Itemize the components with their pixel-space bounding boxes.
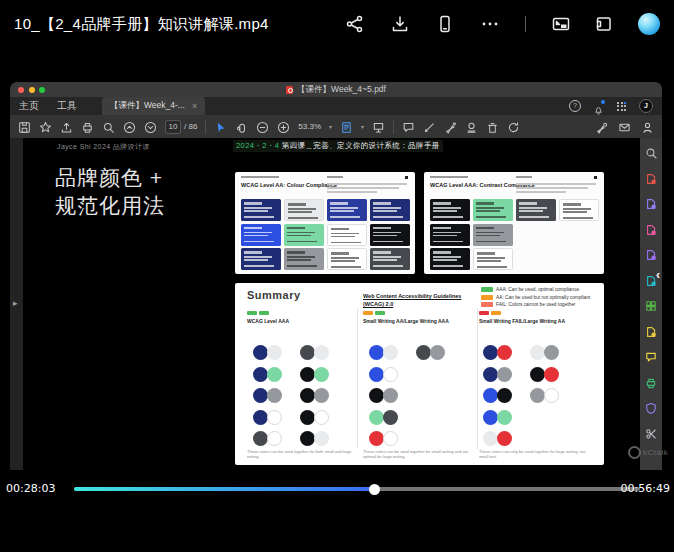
shot-title: WCAG Level AA: Colour Compliance <box>241 182 337 188</box>
summary-caption: These colors can only be used together f… <box>479 449 591 460</box>
color-pair-dot <box>530 367 545 382</box>
more-icon[interactable] <box>480 14 500 34</box>
color-pair-dot <box>314 388 329 403</box>
page-total-label: / 86 <box>184 122 197 131</box>
slide-heading-date: 2024・2・4 <box>236 141 279 150</box>
color-pair-dot <box>253 345 268 360</box>
color-pair-dot <box>314 431 329 446</box>
share-up-icon <box>60 120 73 133</box>
video-player-app: 10_【2_4品牌手册】知识讲解课.mp4 【课件】Week_4~5.pdf 主… <box>0 0 674 552</box>
screenshot-wcag-aa: WCAG Level AA: Colour Compliance <box>235 172 415 274</box>
combine-files-tool-icon <box>645 298 657 310</box>
comment-icon <box>402 120 415 133</box>
color-pair-dot <box>369 431 384 446</box>
current-time: 00:28:03 <box>6 482 55 495</box>
color-pair-dot <box>530 388 545 403</box>
slide-credit: Jayce Shi 2024 品牌设计课 <box>57 142 150 152</box>
tab-tools: 工具 <box>48 97 86 115</box>
color-pair-dot <box>369 410 384 425</box>
create-pdf-tool-icon <box>645 222 657 234</box>
pencil-icon <box>423 120 436 133</box>
shield-tool-icon <box>645 400 657 412</box>
page-view-icon <box>340 120 353 133</box>
color-swatch-card <box>241 248 281 270</box>
export-pdf-tool-icon <box>645 171 657 183</box>
titlebar-divider <box>525 16 526 32</box>
color-pair-dot <box>314 345 329 360</box>
tab-home: 主页 <box>10 97 48 115</box>
wcag-reference: Web Content Accessibility Guidelines (WC… <box>363 292 461 309</box>
pdf-toolbar: 10 / 86 53.3% ▾ ▾ <box>10 115 662 138</box>
color-swatch-card <box>473 224 513 246</box>
pdf-tools-sidebar <box>640 138 662 470</box>
edit-pdf-tool-icon <box>645 196 657 208</box>
color-swatch-card <box>370 199 410 221</box>
search-icon <box>102 120 115 133</box>
color-pair-dot <box>300 388 315 403</box>
video-frame-pdf-window[interactable]: 【课件】Week_4~5.pdf 主页 工具 【课件】Week_4-... × … <box>10 82 662 470</box>
color-pair-dot <box>369 367 384 382</box>
color-pair-dot <box>544 345 559 360</box>
color-pair-dot <box>530 345 545 360</box>
color-swatch-card <box>430 248 470 270</box>
color-pair-dot <box>267 431 282 446</box>
color-pair-dot <box>300 345 315 360</box>
pip-icon[interactable] <box>551 14 571 34</box>
color-pair-dot <box>497 345 512 360</box>
display-icon[interactable] <box>593 14 613 34</box>
color-swatch-card <box>473 199 513 221</box>
legend-chip <box>481 295 493 300</box>
slide-title: 品牌颜色 + 规范化用法 <box>55 164 165 220</box>
seek-bar-fill <box>74 487 374 491</box>
color-pair-dot <box>497 431 512 446</box>
color-pair-dot <box>483 410 498 425</box>
slide-heading: 2024・2・4 第四课＿完善、定义你的设计系统：品牌手册 <box>233 140 443 152</box>
page-indicator: 10 / 86 <box>165 120 197 134</box>
color-pair-dot <box>253 431 268 446</box>
nav-panel-rail: ▸ <box>10 138 23 470</box>
pdf-tabbar: 主页 工具 【课件】Week_4-... × ? J <box>10 97 662 115</box>
download-icon[interactable] <box>390 14 410 34</box>
color-pair-dot <box>497 388 512 403</box>
print-production-tool-icon <box>645 375 657 387</box>
summary-caption: These colors can be used together for bo… <box>247 449 359 460</box>
print-icon <box>81 120 94 133</box>
color-swatch-card <box>284 224 324 246</box>
share-icon[interactable] <box>345 14 365 34</box>
color-pair-dot <box>253 410 268 425</box>
apps-grid-icon <box>616 101 627 112</box>
more-tools-icon <box>645 426 657 438</box>
color-pair-dot <box>483 431 498 446</box>
help-icon: ? <box>569 100 581 112</box>
stamp-icon <box>465 120 478 133</box>
playlist-drawer-chevron-icon[interactable]: ‹ <box>656 268 660 282</box>
seek-thumb[interactable] <box>369 484 380 495</box>
zoom-level-value: 53.3% <box>298 122 321 131</box>
share-pen-icon <box>595 120 608 133</box>
legend-row: FAIL: Colors cannot be used together <box>481 302 590 307</box>
pdf-window-title: 【课件】Week_4~5.pdf <box>10 82 662 97</box>
color-swatch-card <box>430 199 470 221</box>
color-pair-dot <box>267 388 282 403</box>
legend-chip <box>481 287 493 292</box>
expand-panel-icon: ▸ <box>13 298 18 308</box>
summary-title: Summary <box>247 289 301 301</box>
color-pair-dot <box>483 367 498 382</box>
pdf-file-icon <box>286 86 293 94</box>
notifications-bell-icon <box>593 101 604 112</box>
zoom-out-icon <box>256 120 269 133</box>
summary-column-header: WCAG Level AAA <box>247 311 289 324</box>
color-pair-dot <box>369 345 384 360</box>
tabbar-right-icons: ? J <box>569 97 662 115</box>
person-icon <box>641 120 654 133</box>
seek-bar[interactable] <box>74 487 640 491</box>
user-avatar[interactable] <box>638 13 660 35</box>
color-swatch-card <box>516 199 556 221</box>
color-pair-dot <box>430 345 445 360</box>
save-icon <box>18 120 31 133</box>
color-swatch-card <box>370 248 410 270</box>
cursor-icon <box>214 120 227 133</box>
phone-icon[interactable] <box>435 14 455 34</box>
total-time: 00:56:49 <box>621 482 670 495</box>
color-pair-dot <box>314 367 329 382</box>
